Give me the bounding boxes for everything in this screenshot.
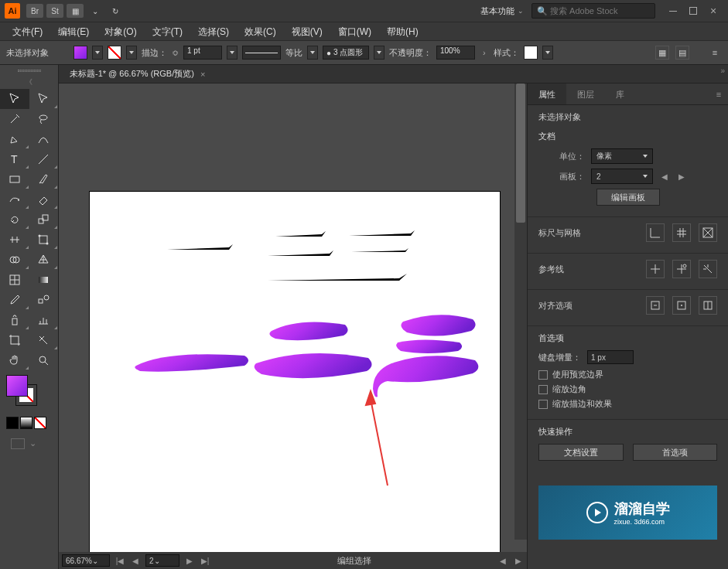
vertical-scrollbar[interactable] (514, 83, 527, 540)
hscroll-left-icon[interactable]: ◀ (497, 555, 508, 566)
tab-libraries[interactable]: 库 (605, 83, 635, 104)
zoom-dropdown[interactable]: 66.67% ⌄ (62, 554, 110, 567)
screen-mode-normal[interactable] (11, 438, 25, 449)
opacity-chevron-icon[interactable]: › (483, 48, 486, 57)
profile-dropdown[interactable] (374, 46, 385, 60)
bridge-icon[interactable]: Br (26, 4, 43, 18)
menu-effect[interactable]: 效果(C) (237, 22, 284, 41)
snap-pixel-icon[interactable] (646, 296, 665, 315)
guides-show-icon[interactable] (646, 260, 665, 278)
maximize-button[interactable] (683, 3, 703, 19)
search-stock-input[interactable]: 🔍 搜索 Adobe Stock (531, 3, 655, 19)
magic-wand-tool[interactable] (0, 109, 29, 129)
arrange-icon[interactable]: ▦ (67, 4, 84, 18)
curvature-tool[interactable] (29, 129, 59, 149)
shape-builder-tool[interactable] (0, 250, 29, 270)
selection-tool[interactable] (0, 89, 29, 109)
workspace-label[interactable]: 基本功能 (480, 5, 514, 17)
fill-dropdown[interactable] (92, 46, 103, 60)
style-dropdown[interactable] (542, 46, 553, 60)
rotate-tool[interactable] (0, 210, 29, 230)
smart-guides-icon[interactable] (699, 260, 717, 278)
gradient-tool[interactable] (29, 270, 59, 290)
tab-close-icon[interactable]: × (200, 70, 205, 79)
transparency-grid-icon[interactable] (699, 223, 717, 242)
screen-mode-dropdown[interactable]: ⌄ (29, 438, 43, 449)
edit-artboard-button[interactable]: 编辑画板 (596, 189, 660, 206)
symbol-sprayer-tool[interactable] (0, 310, 29, 330)
chevron-down-icon[interactable]: ⌄ (87, 4, 104, 18)
workspace-chevron-icon[interactable]: ⌄ (518, 7, 524, 15)
free-transform-tool[interactable] (29, 230, 59, 250)
prefs-icon[interactable]: ▤ (675, 46, 689, 60)
graph-tool[interactable] (29, 310, 59, 330)
color-mode-gradient[interactable] (20, 417, 32, 429)
menu-type[interactable]: 文字(T) (145, 22, 190, 41)
artboard-tool[interactable] (0, 330, 29, 350)
scale-tool[interactable] (29, 210, 59, 230)
fill-swatch[interactable] (73, 46, 87, 60)
document-tab[interactable]: 未标题-1* @ 66.67% (RGB/预览) × (62, 65, 213, 83)
opacity-input[interactable]: 100% (436, 46, 475, 60)
brush-dropdown[interactable] (307, 46, 318, 60)
tool-collapse-icon[interactable]: 《 (0, 76, 58, 89)
preview-bounds-checkbox[interactable] (538, 370, 548, 380)
eraser-tool[interactable] (29, 189, 59, 210)
fill-color[interactable] (6, 375, 28, 397)
menu-edit[interactable]: 编辑(E) (50, 22, 97, 41)
stroke-weight-input[interactable]: 1 pt (183, 46, 222, 60)
zoom-tool[interactable] (29, 350, 59, 370)
rectangle-tool[interactable] (0, 169, 29, 189)
hand-tool[interactable] (0, 350, 29, 370)
artboard-next-icon[interactable]: ▶ (676, 171, 687, 182)
slice-tool[interactable] (29, 330, 59, 350)
panel-collapse-icon[interactable]: » (720, 66, 725, 75)
menu-object[interactable]: 对象(O) (97, 22, 144, 41)
pen-tool[interactable] (0, 129, 29, 149)
artboard-prev-icon[interactable]: ◀ (659, 171, 670, 182)
kb-increment-input[interactable]: 1 px (587, 350, 634, 364)
hscroll-right-icon[interactable]: ▶ (513, 555, 524, 566)
last-artboard-icon[interactable]: ▶| (200, 555, 210, 566)
blend-tool[interactable] (29, 290, 59, 310)
snap-grid-icon[interactable] (699, 296, 717, 315)
ruler-icon[interactable] (646, 223, 665, 242)
artboard-number[interactable]: 2 ⌄ (145, 554, 179, 567)
snap-point-icon[interactable] (672, 296, 691, 315)
tab-properties[interactable]: 属性 (528, 83, 566, 104)
scale-corners-checkbox[interactable] (538, 385, 548, 394)
first-artboard-icon[interactable]: |◀ (114, 555, 125, 566)
next-artboard-icon[interactable]: ▶ (184, 555, 195, 566)
type-tool[interactable]: T (0, 149, 29, 169)
align-icon[interactable]: ≡ (708, 46, 722, 60)
menu-select[interactable]: 选择(S) (190, 22, 237, 41)
scale-strokes-checkbox[interactable] (538, 400, 548, 409)
menu-file[interactable]: 文件(F) (5, 22, 50, 41)
brush-sample[interactable] (242, 46, 281, 60)
mesh-tool[interactable] (0, 270, 29, 290)
menu-window[interactable]: 窗口(W) (330, 22, 379, 41)
minimize-button[interactable] (663, 3, 683, 19)
color-mode-none[interactable] (34, 417, 46, 429)
stock-icon[interactable]: St (46, 4, 63, 18)
grid-icon[interactable] (672, 223, 691, 242)
artboard[interactable] (90, 192, 500, 569)
width-tool[interactable] (0, 230, 29, 250)
doc-setup-icon[interactable]: ▦ (655, 46, 669, 60)
style-swatch[interactable] (524, 46, 538, 60)
tab-layers[interactable]: 图层 (566, 83, 605, 104)
line-tool[interactable] (29, 149, 59, 169)
panel-grip[interactable] (0, 65, 58, 76)
width-profile[interactable]: ● 3 点圆形 (323, 46, 369, 60)
stroke-swatch[interactable] (108, 46, 121, 60)
close-button[interactable]: × (703, 3, 723, 19)
menu-help[interactable]: 帮助(H) (379, 22, 426, 41)
preferences-button[interactable]: 首选项 (633, 444, 718, 461)
units-select[interactable]: 像素 (591, 148, 653, 164)
lasso-tool[interactable] (29, 109, 59, 129)
doc-setup-button[interactable]: 文档设置 (538, 444, 624, 461)
shaper-tool[interactable] (0, 189, 29, 210)
sync-icon[interactable]: ↻ (107, 4, 124, 18)
panel-menu-icon[interactable]: ≡ (709, 83, 728, 104)
paintbrush-tool[interactable] (29, 169, 59, 189)
